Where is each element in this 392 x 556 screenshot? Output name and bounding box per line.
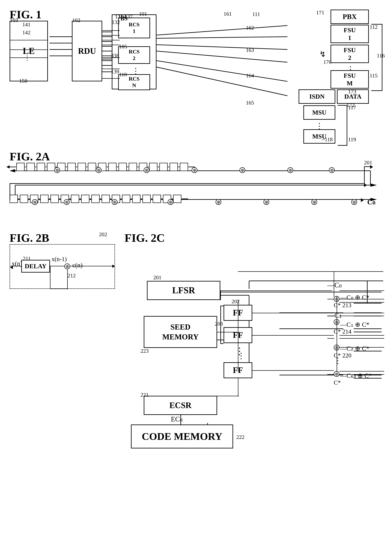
lfsr-box: LFSR	[147, 281, 220, 300]
ref-171: 171	[316, 10, 324, 16]
ref-142: 142	[22, 30, 31, 36]
ref-161: 161	[224, 11, 232, 17]
ff-detail-box: x(n) 211 DELAY x(n-1) ⊕ c(n) 212	[10, 244, 115, 289]
cstar-214: C* 214	[334, 328, 352, 335]
right-dots: ⋮	[334, 356, 342, 365]
msu-bracket	[338, 105, 347, 146]
cstar-last: C*	[334, 379, 341, 386]
ref-202-2c: 202	[232, 298, 240, 304]
ref-201-2c: 201	[153, 275, 161, 281]
svg-line-14	[157, 51, 287, 62]
xor-bot-3: ⊕	[112, 199, 118, 205]
ref-105: 105	[119, 44, 127, 50]
ref-150: 150	[19, 78, 27, 84]
xor-bot-8: ⊕	[351, 199, 357, 205]
vert-dots: ⋮	[237, 351, 245, 360]
svg-line-13	[157, 45, 287, 49]
xor-bot-2: ⊕	[64, 199, 70, 205]
cstar-213: C* 213	[334, 302, 352, 309]
pbx-box: PBX	[330, 10, 369, 24]
sr-top-row	[10, 163, 195, 171]
ref-115: 115	[370, 73, 378, 79]
ref-221: 221	[141, 392, 149, 398]
ref-202-2b: 202	[99, 232, 107, 238]
xor-ff: ⊕	[64, 263, 70, 269]
page: FIG. 1 LE RDU RCS1 BS RCS2 ⋮ RCSN PBX FS…	[0, 0, 392, 556]
ref-170: 170	[323, 59, 331, 65]
ref-101: 101	[139, 11, 147, 17]
fig2a-label: FIG. 2A	[10, 150, 50, 163]
xor-top-2: ⊕	[96, 167, 102, 173]
ref-165: 165	[246, 100, 254, 106]
xor-bot-6: ⊕	[263, 199, 269, 205]
ref-222: 222	[236, 434, 244, 440]
ref-139: 139	[111, 69, 119, 75]
xn1-label: x(n-1)	[52, 255, 67, 263]
c1-xor-out: —C₁ ⊕ C*	[340, 321, 369, 328]
xor-bot-4: ⊕	[168, 199, 173, 205]
ecsr-box: ECSR	[144, 396, 217, 415]
code-memory-box: CODE MEMORY	[131, 425, 233, 448]
ref-118: ~118	[322, 136, 333, 142]
c0-out: —C₀	[327, 281, 342, 289]
c0-xor-out: —C₀ ⊕ C*	[340, 294, 369, 301]
svg-line-16	[157, 67, 287, 96]
xor-top-5: ⊕	[240, 167, 245, 173]
ref-164: 164	[246, 73, 254, 79]
fsum-box: FSUM	[330, 70, 369, 89]
ref-203: 203	[215, 321, 223, 327]
delay-box: DELAY	[21, 260, 50, 273]
fsu2-box: FSU2	[330, 45, 369, 63]
xor-top-3: ⊕	[144, 167, 149, 173]
ref-102: 102	[72, 17, 80, 23]
ref-116: 116	[377, 53, 385, 59]
le-dots: ⋮	[24, 54, 30, 62]
ref-103: 103	[10, 17, 18, 23]
antenna-symbol: ↯	[319, 49, 326, 59]
ref-162: 162	[246, 25, 254, 31]
cn-label: c(n)	[72, 261, 83, 269]
ref-111: 111	[252, 11, 260, 17]
msu117-box: MSU	[303, 105, 335, 120]
xor-top-7: ⊕	[329, 167, 335, 173]
ref-119: 119	[348, 136, 356, 142]
xor-top-1: ⊕	[54, 167, 60, 173]
c1-out: —C₁	[327, 311, 342, 319]
xor-bot-7: ⊕	[311, 199, 317, 205]
fig2c-label: FIG. 2C	[125, 232, 165, 245]
c2-xor-out: —C₂ ⊕ C*	[340, 345, 369, 352]
ref-212: 212	[68, 273, 76, 279]
xor-top-4: ⊕	[192, 167, 197, 173]
ref-112: 112	[370, 24, 378, 30]
svg-line-12	[157, 37, 287, 38]
ref-163: 163	[246, 47, 254, 53]
ref-141: 141	[22, 22, 31, 28]
svg-line-11	[157, 25, 287, 35]
xor-top-6: ⊕	[287, 167, 293, 173]
c63-xor-out: —C₆₃ ⊕ C*	[340, 372, 372, 379]
ref-104: 104	[118, 14, 126, 20]
ref-110: 110	[119, 71, 127, 77]
ref-132: 132	[112, 19, 120, 25]
fsu1-box: FSU1	[330, 25, 369, 43]
isdn-box: ISDN	[298, 89, 335, 104]
ref-173: 173	[348, 89, 356, 95]
ref-223: 223	[141, 348, 149, 354]
fig2b-label: FIG. 2B	[10, 232, 49, 245]
ref-117: 117	[348, 105, 356, 111]
xor-2c-4: ⊕	[334, 371, 339, 377]
xor-bot-1: ⊕	[32, 199, 38, 205]
svg-marker-25	[370, 184, 377, 187]
c0-label-2a: C₀	[367, 198, 375, 206]
xor-bot-5: ⊕	[216, 199, 221, 205]
ref-201-2a: 201	[364, 160, 372, 166]
svg-line-15	[157, 61, 287, 81]
seed-memory-box: SEEDMEMORY	[144, 316, 217, 348]
rdu-box: RDU	[72, 21, 102, 81]
